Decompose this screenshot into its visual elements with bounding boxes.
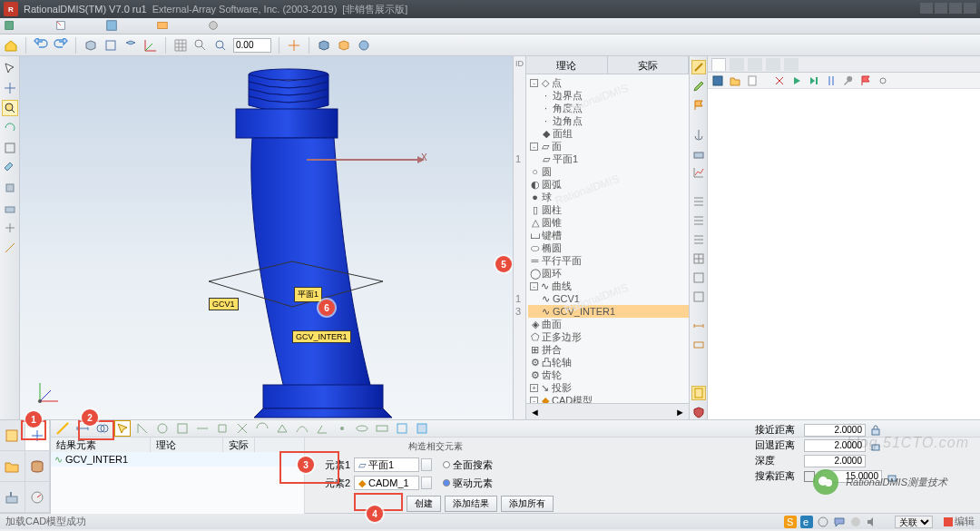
status-circle-icon[interactable] [849, 516, 862, 528]
rail-table2-icon[interactable] [691, 270, 706, 285]
bt-18-icon[interactable] [414, 420, 430, 437]
fit-icon[interactable] [2, 140, 18, 156]
bt-6-icon[interactable] [174, 420, 191, 437]
zoom-icon[interactable] [213, 38, 228, 53]
elem1-dropdown-icon[interactable] [421, 458, 432, 471]
redo-icon[interactable] [54, 38, 68, 53]
lock1-icon[interactable] [869, 424, 882, 437]
bt-13-icon[interactable] [314, 420, 330, 437]
sphere-icon[interactable] [357, 38, 371, 53]
open-icon[interactable] [729, 74, 741, 87]
qa-icon-1[interactable] [4, 19, 16, 34]
elem2-dropdown-icon[interactable] [421, 477, 432, 489]
rtab-2-icon[interactable] [730, 58, 744, 71]
rtab-1-icon[interactable] [711, 58, 726, 71]
bracket-icon[interactable] [825, 74, 838, 87]
pan-icon[interactable] [2, 80, 18, 96]
bottom-tab-grid[interactable] [0, 420, 51, 513]
cut-icon[interactable] [773, 74, 786, 87]
measure-icon[interactable] [2, 240, 18, 256]
clip-icon[interactable] [2, 220, 18, 236]
result-row[interactable]: ∿GCV_INTER1 [51, 452, 304, 467]
rail-edit-icon[interactable] [691, 79, 706, 93]
machine-icon[interactable] [2, 180, 18, 196]
bt-17-icon[interactable] [394, 420, 410, 437]
qa-icon-2[interactable] [54, 19, 67, 34]
qa-icon-4[interactable] [156, 19, 169, 34]
status-vol-icon[interactable] [866, 516, 878, 528]
opt-full[interactable]: 全面搜索 [453, 458, 493, 472]
home-icon[interactable] [4, 38, 18, 53]
rail-dim-icon[interactable] [691, 319, 706, 333]
elem1-input[interactable]: ▱平面1 [354, 457, 419, 472]
status-redflag-icon[interactable] [942, 516, 955, 528]
bt-7-icon[interactable] [194, 420, 211, 437]
rail-list-icon[interactable] [691, 194, 706, 209]
view-iso-icon[interactable] [123, 38, 138, 53]
status-chat-icon[interactable] [833, 516, 846, 528]
bt-intersect-icon[interactable] [94, 420, 111, 437]
param-search-input[interactable] [820, 470, 882, 483]
box-blue-icon[interactable] [317, 38, 331, 53]
bt-9-icon[interactable] [234, 420, 250, 437]
bt-11-icon[interactable] [274, 420, 290, 437]
rotate-icon[interactable] [2, 120, 18, 136]
opt-driven[interactable]: 驱动元素 [453, 477, 493, 490]
bt-16-icon[interactable] [374, 420, 390, 437]
btab-cmm-icon[interactable] [0, 482, 25, 513]
rtab-4-icon[interactable] [766, 58, 780, 71]
scroll-left-icon[interactable]: ◄ [530, 407, 540, 418]
qa-icon-5[interactable] [207, 19, 220, 34]
rail-cmm-icon[interactable] [691, 146, 706, 161]
viewport-3d[interactable]: X GCV1 平面1 GCV_INTER1 6 5 [20, 56, 514, 419]
tree-tab-actual[interactable]: 实际 [608, 56, 690, 74]
probe-icon[interactable] [2, 160, 18, 176]
right-panel-tabs[interactable] [708, 56, 980, 73]
cursor-icon[interactable] [2, 60, 18, 76]
rail-flag-icon[interactable] [691, 98, 706, 113]
undo-icon[interactable] [34, 38, 48, 53]
bt-4-icon[interactable] [134, 420, 151, 437]
axes-icon[interactable] [143, 38, 158, 53]
status-combo[interactable]: 关联 [895, 516, 933, 528]
bt-14-icon[interactable] [334, 420, 350, 437]
feature-tree[interactable]: RationalDMIS RationalDMIS RationalDMIS -… [526, 74, 689, 403]
bt-5-icon[interactable] [154, 420, 171, 437]
btn-create[interactable]: 创建 [407, 496, 441, 512]
qa-icon-3[interactable] [105, 19, 118, 34]
status-s-icon[interactable]: S [784, 516, 797, 528]
search-icon[interactable] [193, 38, 208, 53]
rtab-5-icon[interactable] [784, 58, 799, 71]
status-gear-icon[interactable] [817, 516, 829, 528]
rail-anchor-icon[interactable] [691, 127, 706, 142]
coord-icon[interactable] [287, 38, 301, 53]
btn-add-all[interactable]: 添加所有 [501, 496, 554, 512]
param-approach-input[interactable] [804, 424, 866, 437]
param-retract-input[interactable] [804, 439, 866, 452]
scroll-right-icon[interactable]: ► [675, 407, 685, 418]
rail-doc-icon[interactable] [691, 386, 706, 400]
btab-gauge-icon[interactable] [25, 482, 51, 513]
rail-list3-icon[interactable] [691, 232, 706, 247]
window-buttons[interactable] [918, 3, 976, 15]
play-icon[interactable] [790, 74, 803, 87]
lock2-icon[interactable] [869, 439, 882, 452]
btab-folder-icon[interactable] [0, 451, 25, 482]
wrench-icon[interactable] [842, 74, 855, 87]
status-e-icon[interactable]: e [800, 516, 813, 528]
flag-icon[interactable] [859, 74, 872, 87]
btab-barrel-icon[interactable] [25, 451, 51, 482]
toolbar-numeric-input[interactable] [233, 38, 271, 53]
rail-tol-icon[interactable] [691, 338, 706, 352]
gear-icon[interactable] [877, 74, 889, 87]
param-depth-input[interactable] [804, 455, 866, 467]
box-orange-icon[interactable] [337, 38, 351, 53]
skip-icon[interactable] [808, 74, 820, 87]
btn-add-result[interactable]: 添加结果 [445, 496, 497, 512]
bt-10-icon[interactable] [254, 420, 270, 437]
bt-8-icon[interactable] [214, 420, 230, 437]
bt-pick-icon[interactable] [114, 420, 131, 437]
view-top-icon[interactable] [103, 38, 118, 53]
part-icon[interactable] [2, 200, 18, 216]
rail-table-icon[interactable] [691, 251, 706, 266]
